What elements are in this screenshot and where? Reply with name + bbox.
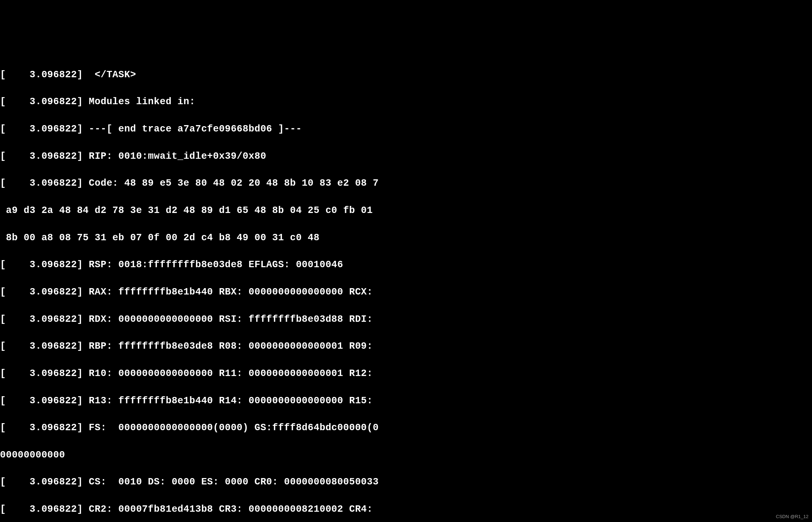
terminal-line: [ 3.096822] RAX: ffffffffb8e1b440 RBX: 0… [0,285,812,299]
terminal-line: a9 d3 2a 48 84 d2 78 3e 31 d2 48 89 d1 6… [0,204,812,217]
terminal-line: [ 3.096822] CS: 0010 DS: 0000 ES: 0000 C… [0,475,812,489]
terminal-line: 8b 00 a8 08 75 31 eb 07 0f 00 2d c4 b8 4… [0,231,812,245]
terminal-line: [ 3.096822] R10: 0000000000000000 R11: 0… [0,367,812,380]
terminal-line: [ 3.096822] CR2: 00007fb81ed413b8 CR3: 0… [0,503,812,516]
terminal-line: 00000000000 [0,448,812,462]
kernel-panic-terminal: [ 3.096822] </TASK> [ 3.096822] Modules … [0,54,812,522]
terminal-line: [ 3.096822] Modules linked in: [0,95,812,108]
terminal-line: [ 3.096822] Code: 48 89 e5 3e 80 48 02 2… [0,176,812,190]
terminal-line: [ 3.096822] </TASK> [0,68,812,82]
terminal-line: [ 3.096822] RBP: ffffffffb8e03de8 R08: 0… [0,339,812,353]
terminal-line: [ 3.096822] RDX: 0000000000000000 RSI: f… [0,313,812,326]
terminal-line: [ 3.096822] RIP: 0010:mwait_idle+0x39/0x… [0,150,812,163]
terminal-line: [ 3.096822] ---[ end trace a7a7cfe09668b… [0,122,812,136]
terminal-line: [ 3.096822] RSP: 0018:ffffffffb8e03de8 E… [0,258,812,271]
terminal-line: [ 3.096822] FS: 0000000000000000(0000) G… [0,421,812,434]
terminal-line: [ 3.096822] R13: ffffffffb8e1b440 R14: 0… [0,394,812,408]
watermark-text: CSDN @R1_12 [776,513,808,520]
